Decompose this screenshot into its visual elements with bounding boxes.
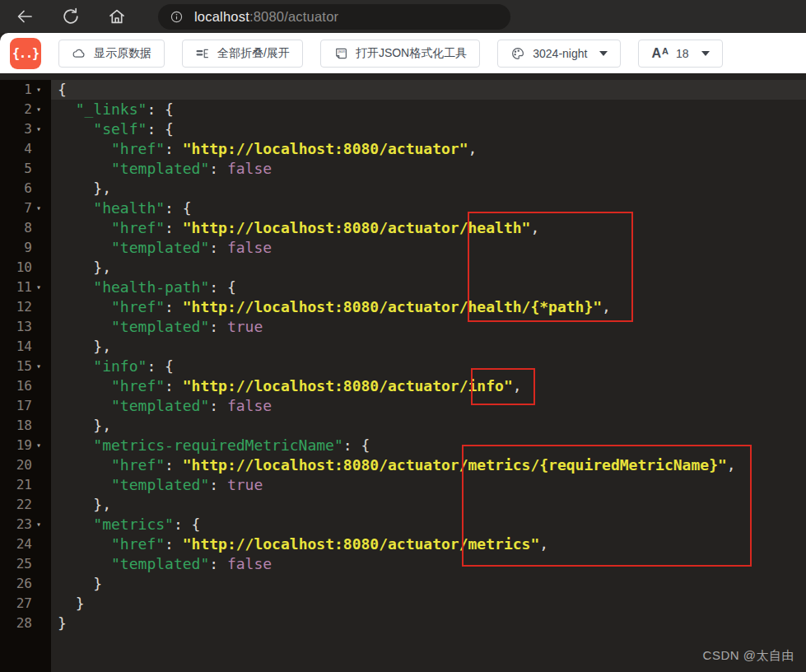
code-line: 14 }, (0, 337, 806, 357)
code-text: "metrics": { (51, 515, 200, 534)
button-label: 全部折叠/展开 (217, 46, 290, 61)
line-gutter: 24 (0, 534, 51, 554)
theme-select-value: 3024-night (533, 47, 587, 60)
code-text: "templated": true (51, 317, 263, 337)
back-icon[interactable] (15, 7, 35, 26)
fold-toggle-icon[interactable]: ▾ (36, 515, 51, 534)
line-number: 22 (0, 495, 36, 515)
code-text: }, (51, 179, 111, 198)
code-line: 16 "href": "http://localhost:8080/actuat… (0, 376, 806, 396)
code-text: } (51, 614, 67, 633)
code-text: "health-path": { (51, 278, 236, 297)
gutter-filler (0, 633, 51, 672)
url-host: localhost (194, 9, 249, 24)
line-gutter: 6 (0, 179, 51, 198)
line-gutter: 3▾ (0, 119, 51, 139)
chevron-down-icon (599, 51, 608, 56)
code-text: "_links": { (51, 100, 174, 119)
line-gutter: 17 (0, 396, 51, 416)
code-line: 26 } (0, 574, 806, 594)
code-line: 5 "templated": false (0, 159, 806, 179)
fold-toggle-icon[interactable]: ▾ (36, 436, 51, 455)
line-number: 24 (0, 534, 36, 554)
json-doc-icon: json (333, 46, 348, 61)
svg-text:json: json (338, 49, 346, 54)
theme-select[interactable]: 3024-night (497, 40, 621, 68)
address-bar[interactable]: localhost:8080/actuator (158, 4, 510, 30)
line-number: 27 (0, 594, 36, 614)
line-number: 9 (0, 238, 36, 258)
line-number: 28 (0, 614, 36, 633)
code-line: 4 "href": "http://localhost:8080/actuato… (0, 139, 806, 159)
code-line: 2▾ "_links": { (0, 100, 806, 119)
code-line: 12 "href": "http://localhost:8080/actuat… (0, 297, 806, 317)
line-gutter: 10 (0, 258, 51, 278)
line-gutter: 9 (0, 238, 51, 258)
code-lines: 1▾{2▾ "_links": {3▾ "self": {4 "href": "… (0, 80, 806, 633)
line-number: 15 (0, 357, 36, 376)
code-line: 15▾ "info": { (0, 357, 806, 376)
line-gutter: 11▾ (0, 278, 51, 297)
code-text: }, (51, 258, 111, 278)
code-text: "href": "http://localhost:8080/actuator/… (51, 455, 736, 475)
code-line: 22 }, (0, 495, 806, 515)
watermark: CSDN @太自由 (703, 648, 794, 664)
line-gutter: 7▾ (0, 198, 51, 218)
line-number: 26 (0, 574, 36, 594)
code-line: 27 } (0, 594, 806, 614)
fold-toggle-icon[interactable]: ▾ (36, 357, 51, 376)
code-text: "href": "http://localhost:8080/actuator/… (51, 534, 548, 554)
line-gutter: 22 (0, 495, 51, 515)
show-raw-data-button[interactable]: 显示原数据 (58, 40, 165, 68)
code-line: 11▾ "health-path": { (0, 278, 806, 297)
code-line: 17 "templated": false (0, 396, 806, 416)
line-number: 6 (0, 179, 36, 198)
code-line: 25 "templated": false (0, 554, 806, 574)
code-line: 13 "templated": true (0, 317, 806, 337)
editor-filler (0, 633, 806, 672)
line-number: 17 (0, 396, 36, 416)
fold-toggle-icon[interactable]: ▾ (36, 198, 51, 218)
line-gutter: 20 (0, 455, 51, 475)
collapse-expand-icon (195, 46, 210, 61)
code-line: 24 "href": "http://localhost:8080/actuat… (0, 534, 806, 554)
json-viewer-logo: {..} (10, 38, 41, 69)
code-text: "templated": false (51, 554, 272, 574)
code-text: "info": { (51, 357, 174, 376)
line-gutter: 8 (0, 218, 51, 238)
code-line: 21 "templated": true (0, 475, 806, 495)
fold-toggle-icon[interactable]: ▾ (36, 80, 51, 100)
home-icon[interactable] (107, 7, 127, 26)
refresh-icon[interactable] (61, 7, 81, 26)
chevron-down-icon (701, 51, 710, 56)
code-line: 7▾ "health": { (0, 198, 806, 218)
code-text: }, (51, 337, 111, 357)
collapse-expand-all-button[interactable]: 全部折叠/展开 (182, 40, 303, 68)
button-label: 打开JSON格式化工具 (356, 46, 467, 61)
open-json-formatter-button[interactable]: json 打开JSON格式化工具 (320, 40, 480, 68)
line-gutter: 28 (0, 614, 51, 633)
code-text: "href": "http://localhost:8080/actuator"… (51, 139, 477, 159)
code-text: "templated": false (51, 159, 272, 179)
site-info-icon[interactable] (170, 10, 184, 24)
code-line: 20 "href": "http://localhost:8080/actuat… (0, 455, 806, 475)
line-number: 18 (0, 416, 36, 436)
json-viewer-toolbar: {..} 显示原数据 全部折叠/展开 json 打开JSON格式化工具 3024… (0, 33, 806, 73)
code-line: 9 "templated": false (0, 238, 806, 258)
line-number: 8 (0, 218, 36, 238)
font-size-select[interactable]: AA 18 (638, 40, 722, 68)
line-number: 3 (0, 119, 36, 139)
code-text: "health": { (51, 198, 192, 218)
line-gutter: 26 (0, 574, 51, 594)
code-line: 28} (0, 614, 806, 633)
line-gutter: 12 (0, 297, 51, 317)
fold-toggle-icon[interactable]: ▾ (36, 119, 51, 139)
line-number: 21 (0, 475, 36, 495)
line-number: 23 (0, 515, 36, 534)
line-number: 10 (0, 258, 36, 278)
font-size-icon: AA (651, 47, 669, 60)
line-number: 11 (0, 278, 36, 297)
line-gutter: 2▾ (0, 100, 51, 119)
fold-toggle-icon[interactable]: ▾ (36, 100, 51, 119)
fold-toggle-icon[interactable]: ▾ (36, 278, 51, 297)
